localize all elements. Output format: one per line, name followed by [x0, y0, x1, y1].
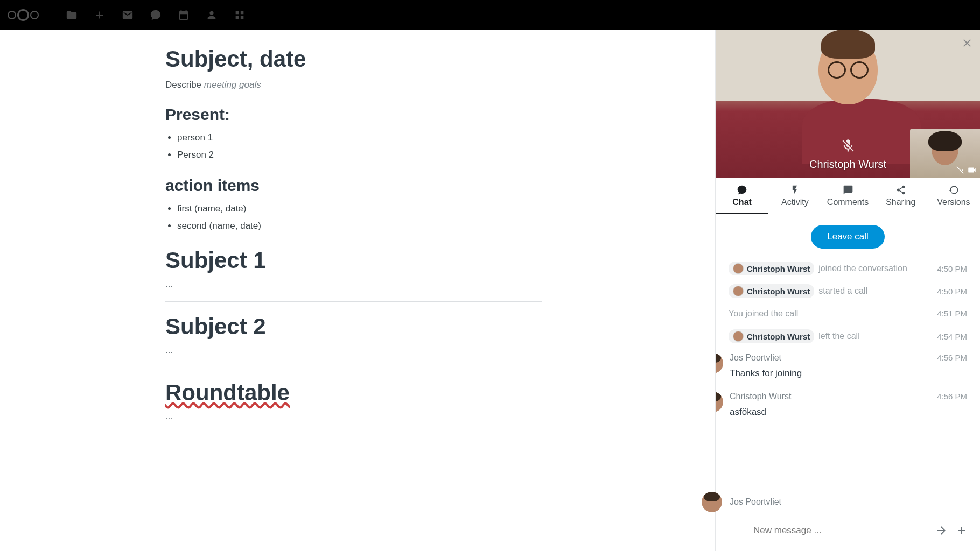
caller-name: Christoph Wurst [809, 158, 886, 171]
subject-2-heading[interactable]: Subject 2 [165, 314, 542, 340]
timestamp: 4:51 PM [937, 309, 967, 319]
close-icon[interactable] [961, 37, 974, 50]
system-event: Christoph Wurst left the call 4:54 PM [729, 325, 967, 348]
message-author: Jos Poortvliet [730, 353, 781, 363]
timestamp: 4:54 PM [937, 332, 967, 341]
list-item[interactable]: first (name, date) [177, 200, 542, 217]
add-icon[interactable] [94, 9, 106, 21]
tab-chat[interactable]: Chat [716, 178, 768, 214]
list-item[interactable]: second (name, date) [177, 217, 542, 235]
subject-1-body[interactable]: ... [165, 279, 542, 289]
files-icon[interactable] [66, 9, 78, 21]
list-item[interactable]: person 1 [177, 129, 542, 146]
avatar [716, 392, 723, 412]
avatar [733, 263, 744, 274]
muted-icon [841, 138, 856, 153]
sharing-icon [895, 185, 906, 195]
subject-2-body[interactable]: ... [165, 345, 542, 356]
divider [165, 368, 542, 368]
roundtable-heading[interactable]: Roundtable [165, 380, 542, 406]
tab-versions[interactable]: Versions [927, 178, 980, 214]
chat-log: Christoph Wurst joined the conversation … [716, 257, 980, 484]
present-list[interactable]: person 1 Person 2 [165, 129, 542, 164]
compose-area [716, 524, 980, 551]
talk-icon[interactable] [150, 9, 162, 21]
timestamp: 4:50 PM [937, 264, 967, 273]
tab-comments[interactable]: Comments [821, 178, 874, 214]
chat-message: Christoph Wurst 4:56 PM asfökasd [716, 386, 967, 425]
activity-icon [789, 185, 800, 195]
message-input[interactable] [753, 525, 927, 536]
doc-description[interactable]: Describe meeting goals [165, 80, 542, 90]
chat-message: Jos Poortvliet 4:56 PM Thanks for joinin… [716, 348, 967, 386]
avatar [716, 353, 723, 373]
mic-muted-icon[interactable] [955, 165, 965, 175]
leave-call-button[interactable]: Leave call [811, 225, 885, 249]
top-bar [0, 0, 980, 30]
avatar [702, 492, 722, 512]
camera-icon[interactable] [967, 165, 977, 175]
app-logo[interactable] [8, 9, 39, 21]
versions-icon [948, 185, 959, 195]
message-text: asfökasd [730, 407, 967, 418]
timestamp: 4:56 PM [937, 353, 967, 362]
avatar [733, 331, 744, 342]
calendar-icon[interactable] [178, 9, 190, 21]
present-heading[interactable]: Present: [165, 105, 542, 124]
system-event: Christoph Wurst joined the conversation … [729, 257, 967, 280]
compose-user: Jos Poortvliet [730, 497, 781, 507]
subject-1-heading[interactable]: Subject 1 [165, 248, 542, 273]
document-editor[interactable]: Subject, date Describe meeting goals Pre… [0, 30, 715, 551]
system-event: You joined the call 4:51 PM [729, 302, 967, 325]
action-items-list[interactable]: first (name, date) second (name, date) [165, 200, 542, 235]
self-video[interactable] [910, 129, 980, 178]
tab-activity[interactable]: Activity [768, 178, 821, 214]
send-icon[interactable] [935, 524, 948, 537]
mail-icon[interactable] [122, 9, 134, 21]
chat-icon [737, 185, 747, 195]
timestamp: 4:56 PM [937, 392, 967, 401]
message-author: Christoph Wurst [730, 392, 791, 401]
action-items-heading[interactable]: action items [165, 176, 542, 195]
doc-title[interactable]: Subject, date [165, 46, 542, 72]
compose-header: Jos Poortvliet [690, 484, 980, 524]
video-call-area[interactable]: Christoph Wurst [716, 30, 980, 178]
tab-sharing[interactable]: Sharing [874, 178, 927, 214]
sidebar-tabs: Chat Activity Comments Sharing Versions [716, 178, 980, 214]
system-event: Christoph Wurst started a call 4:50 PM [729, 280, 967, 302]
deck-icon[interactable] [234, 9, 246, 21]
add-attachment-icon[interactable] [955, 524, 968, 537]
top-nav [66, 9, 246, 21]
avatar [733, 286, 744, 296]
sidebar: Christoph Wurst Chat Activity Com [715, 30, 980, 551]
contacts-icon[interactable] [206, 9, 218, 21]
roundtable-body[interactable]: ... [165, 411, 542, 422]
comments-icon [843, 185, 853, 195]
remote-video [802, 34, 894, 153]
list-item[interactable]: Person 2 [177, 146, 542, 164]
timestamp: 4:50 PM [937, 287, 967, 296]
message-text: Thanks for joining [730, 368, 967, 379]
divider [165, 301, 542, 302]
